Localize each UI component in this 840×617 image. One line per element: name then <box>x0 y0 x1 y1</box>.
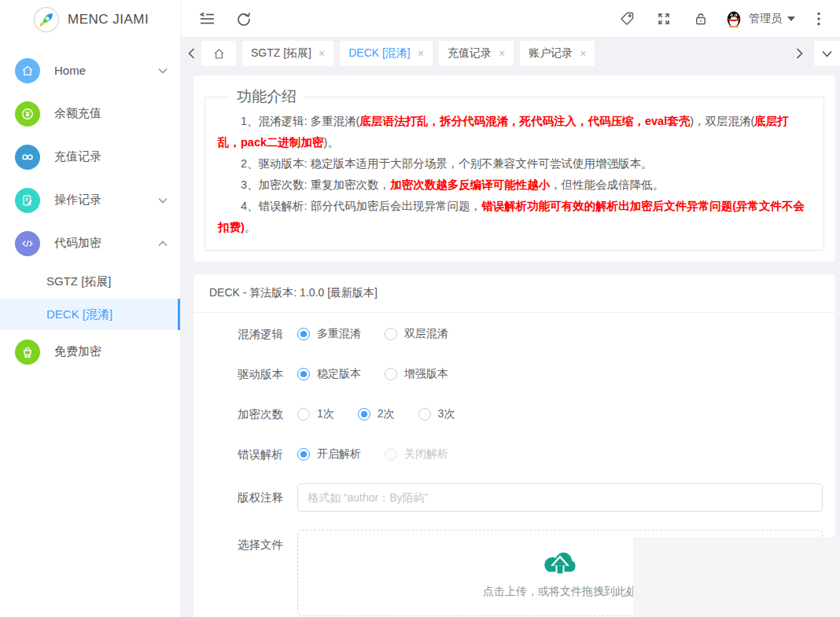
sidebar-item-home[interactable]: Home <box>0 49 180 92</box>
close-icon[interactable]: × <box>499 48 505 59</box>
sidebar-nav: Home 余额充值 充值记录 操作记录 <box>0 39 180 373</box>
intro-fieldset: 功能介绍 1、混淆逻辑: 多重混淆(底层语法打乱，拆分代码混淆，死代码注入，代码… <box>204 86 824 251</box>
refresh-icon[interactable] <box>230 6 257 32</box>
intro-card: 功能介绍 1、混淆逻辑: 多重混淆(底层语法打乱，拆分代码混淆，死代码注入，代码… <box>193 75 835 262</box>
user-name: 管理员 <box>749 12 782 26</box>
form-row-times: 加密次数 1次 2次 3次 <box>238 403 823 425</box>
close-icon[interactable]: × <box>319 48 325 59</box>
main-area: 管理员 SGTZ [拓展] × DECK [混淆] × <box>181 0 840 617</box>
infinity-icon <box>15 145 40 170</box>
tab-deck[interactable]: DECK [混淆] × <box>340 41 433 66</box>
chevron-down-icon <box>158 68 168 74</box>
radio-times-1[interactable]: 1次 <box>297 407 334 421</box>
chevron-down-icon <box>158 197 168 204</box>
intro-paragraph-2: 2、驱动版本: 稳定版本适用于大部分场景，个别不兼容文件可尝试使用增强版本。 <box>218 153 811 174</box>
fullscreen-icon[interactable] <box>650 6 677 32</box>
lock-icon[interactable] <box>687 6 714 32</box>
tab-home[interactable] <box>201 41 236 66</box>
cart-icon <box>15 340 40 365</box>
radio-times-2[interactable]: 2次 <box>358 407 395 421</box>
tabbar: SGTZ [拓展] × DECK [混淆] × 充值记录 × 账户记录 × <box>181 38 840 69</box>
sidebar-item-recharge-records[interactable]: 充值记录 <box>0 135 180 178</box>
radio-multi-obfuscate[interactable]: 多重混淆 <box>297 327 361 341</box>
radio-parse-on[interactable]: 开启解析 <box>297 447 361 461</box>
panel-header: DECK - 算法版本: 1.0.0 [最新版本] <box>193 274 835 313</box>
radio-enhanced-version[interactable]: 增强版本 <box>385 367 448 381</box>
form-row-driver: 驱动版本 稳定版本 增强版本 <box>238 363 823 385</box>
rocket-logo-icon <box>33 6 60 33</box>
radio-icon <box>297 448 310 461</box>
radio-parse-off: 关闭解析 <box>385 447 448 461</box>
app-title: MENC JIAMI <box>68 12 149 28</box>
tabs-dropdown-icon[interactable] <box>814 41 840 66</box>
tag-icon[interactable] <box>613 6 640 32</box>
bottom-right-overlay <box>633 537 840 617</box>
code-icon <box>15 231 40 256</box>
sidebar-subitem-sgtz[interactable]: SGTZ [拓展] <box>0 265 180 299</box>
collapse-menu-icon[interactable] <box>193 6 220 32</box>
home-icon <box>212 47 226 61</box>
user-menu[interactable]: 管理员 <box>724 9 795 28</box>
tab-recharge-records[interactable]: 充值记录 × <box>439 41 514 66</box>
radio-icon <box>358 408 370 421</box>
radio-icon <box>385 368 397 380</box>
radio-icon <box>297 368 310 380</box>
intro-legend: 功能介绍 <box>229 86 304 107</box>
doc-edit-icon <box>15 188 40 213</box>
chevron-up-icon <box>158 241 168 247</box>
form-row-parse: 错误解析 开启解析 关闭解析 <box>238 443 823 465</box>
dropdown-caret-icon <box>787 17 795 21</box>
sidebar-item-code-encrypt[interactable]: 代码加密 <box>0 222 180 265</box>
sidebar-subitem-deck[interactable]: DECK [混淆] <box>0 299 180 330</box>
radio-times-3[interactable]: 3次 <box>418 407 455 421</box>
upload-hint: 点击上传，或将文件拖拽到此处 <box>483 585 637 599</box>
home-icon <box>15 58 40 83</box>
cloud-upload-icon <box>540 548 580 579</box>
radio-icon <box>418 408 431 421</box>
sidebar-item-free-encrypt[interactable]: 免费加密 <box>0 330 180 373</box>
intro-paragraph-4: 4、错误解析: 部分代码加密后会出现异常问题，错误解析功能可有效的解析出加密后文… <box>218 196 811 238</box>
coin-icon <box>15 101 40 127</box>
intro-paragraph-1: 1、混淆逻辑: 多重混淆(底层语法打乱，拆分代码混淆，死代码注入，代码压缩，ev… <box>218 111 811 153</box>
sidebar-item-operation-records[interactable]: 操作记录 <box>0 178 180 222</box>
avatar <box>724 9 743 28</box>
radio-icon <box>385 328 397 340</box>
intro-paragraph-3: 3、加密次数: 重复加密次数，加密次数越多反编译可能性越小，但性能会成倍降低。 <box>218 174 811 196</box>
form-row-logic: 混淆逻辑 多重混淆 双层混淆 <box>238 323 823 345</box>
sidebar: MENC JIAMI Home 余额充值 充值记录 <box>0 0 181 617</box>
radio-icon <box>297 408 310 421</box>
close-icon[interactable]: × <box>580 48 586 59</box>
radio-stable-version[interactable]: 稳定版本 <box>297 367 361 381</box>
topbar: 管理员 <box>181 0 840 38</box>
tab-sgtz[interactable]: SGTZ [拓展] × <box>242 41 333 66</box>
tab-account-records[interactable]: 账户记录 × <box>520 41 595 66</box>
radio-icon <box>297 328 310 340</box>
radio-double-obfuscate[interactable]: 双层混淆 <box>385 327 448 341</box>
more-dots-icon[interactable] <box>805 6 832 32</box>
sidebar-item-balance-recharge[interactable]: 余额充值 <box>0 92 180 135</box>
copyright-input[interactable] <box>297 483 823 512</box>
content: 功能介绍 1、混淆逻辑: 多重混淆(底层语法打乱，拆分代码混淆，死代码注入，代码… <box>181 69 840 617</box>
form-row-copyright: 版权注释 <box>238 483 823 512</box>
close-icon[interactable]: × <box>418 48 424 59</box>
radio-icon <box>385 448 397 461</box>
app-logo[interactable]: MENC JIAMI <box>0 0 180 39</box>
tabs-scroll-left-icon[interactable] <box>181 48 201 59</box>
tabs-scroll-right-icon[interactable] <box>789 48 809 59</box>
